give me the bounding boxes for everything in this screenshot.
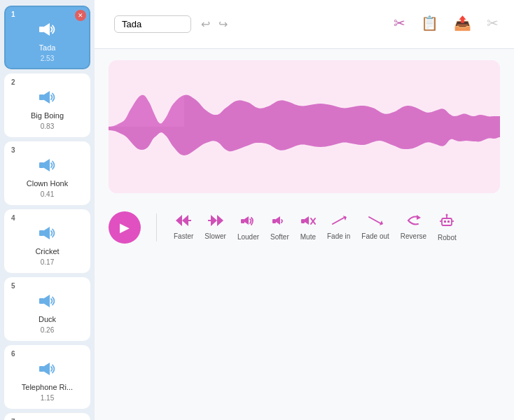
slower-icon — [208, 214, 223, 230]
item-number: 5 — [11, 282, 15, 290]
softer-button[interactable]: Softer — [269, 211, 291, 244]
speaker-icon — [36, 86, 59, 108]
undo-redo-group: ↩ ↪ — [198, 16, 230, 32]
louder-icon — [240, 214, 256, 231]
item-number: 2 — [11, 78, 15, 86]
waveform-svg — [109, 60, 500, 193]
reverse-icon — [405, 214, 421, 230]
robot-label: Robot — [438, 234, 457, 241]
item-delete-button[interactable]: ✕ — [75, 10, 86, 21]
fade-in-icon — [331, 214, 347, 230]
item-name: Cricket — [35, 247, 59, 255]
item-duration: 1.15 — [41, 394, 54, 402]
softer-label: Softer — [270, 233, 289, 241]
svg-marker-8 — [176, 215, 182, 226]
item-duration: 0.17 — [41, 258, 54, 266]
mute-label: Mute — [300, 233, 316, 241]
item-name: Big Boing — [31, 111, 64, 120]
svg-rect-4 — [39, 298, 44, 304]
faster-icon — [176, 214, 191, 230]
mute-icon — [300, 214, 316, 231]
paste-icon: 📋 — [421, 15, 438, 31]
svg-rect-2 — [39, 162, 44, 168]
item-name: Tada — [39, 43, 56, 52]
waveform-container[interactable] — [109, 60, 500, 193]
fade-in-button[interactable]: Fade in — [326, 211, 352, 243]
item-duration: 0.41 — [41, 190, 54, 198]
item-duration: 0.83 — [41, 122, 54, 130]
reverse-label: Reverse — [401, 232, 426, 240]
item-number: 4 — [11, 214, 15, 222]
svg-rect-3 — [39, 230, 44, 236]
reverse-button[interactable]: Reverse — [399, 211, 428, 243]
louder-label: Louder — [237, 233, 259, 241]
item-duration: 2.53 — [41, 55, 54, 62]
robot-icon — [439, 213, 454, 232]
item-name: Duck — [39, 315, 56, 323]
item-number: 6 — [11, 350, 15, 358]
sidebar-item-cricket[interactable]: 4 Cricket0.17 — [4, 209, 90, 273]
playback-controls: ▶ FasterSlowerLouderSofterMuteFade inFad… — [109, 204, 500, 250]
svg-rect-0 — [39, 27, 44, 32]
fade-out-button[interactable]: Fade out — [360, 211, 390, 243]
play-button[interactable]: ▶ — [109, 211, 141, 244]
svg-rect-5 — [39, 366, 44, 372]
slower-label: Slower — [204, 232, 226, 240]
item-name: Telephone Ri... — [22, 383, 73, 391]
fade-out-label: Fade out — [361, 232, 389, 240]
main-panel: ↩ ↪ ✂ 📋 📤 ✂ — [95, 0, 514, 420]
svg-rect-1 — [39, 94, 44, 100]
fade-in-label: Fade in — [327, 232, 350, 240]
sidebar-item-big-boing[interactable]: 2 Big Boing0.83 — [4, 74, 90, 137]
slower-button[interactable]: Slower — [203, 211, 228, 243]
sidebar-item-duck[interactable]: 5 Duck0.26 — [4, 277, 90, 341]
svg-rect-23 — [444, 220, 446, 223]
item-number: 1 — [11, 10, 15, 18]
svg-marker-21 — [417, 215, 421, 220]
sidebar-item-clown-honk[interactable]: 3 Clown Honk0.41 — [4, 141, 90, 205]
softer-icon — [272, 214, 287, 231]
speaker-icon — [36, 358, 59, 380]
play-icon: ▶ — [120, 220, 130, 235]
copy-icon: ✂ — [394, 15, 405, 31]
item-name: Clown Honk — [27, 179, 68, 188]
toolbar: ↩ ↪ ✂ 📋 📤 ✂ — [95, 0, 514, 49]
louder-button[interactable]: Louder — [236, 211, 261, 244]
sidebar-item-...[interactable]: 7 ... — [4, 413, 90, 420]
redo-button[interactable]: ↪ — [216, 16, 230, 32]
effects-container: FasterSlowerLouderSofterMuteFade inFade … — [172, 210, 458, 244]
faster-button[interactable]: Faster — [172, 211, 195, 243]
svg-marker-11 — [217, 215, 223, 226]
fade-out-icon — [368, 214, 383, 230]
delete-button[interactable]: ✂ — [481, 12, 504, 36]
speaker-icon — [36, 18, 59, 41]
paste-button[interactable]: 📋 — [415, 12, 444, 36]
svg-marker-12 — [211, 215, 217, 226]
sound-name-input[interactable] — [114, 15, 191, 33]
svg-rect-14 — [241, 219, 244, 223]
toolbar-actions: ✂ 📋 📤 ✂ — [388, 12, 504, 36]
svg-marker-9 — [182, 215, 188, 226]
sidebar-item-tada[interactable]: ✕1 Tada2.53 — [4, 6, 90, 69]
svg-rect-22 — [442, 218, 452, 225]
speaker-icon — [36, 222, 59, 244]
sidebar-item-telephone-ri...[interactable]: 6 Telephone Ri...1.15 — [4, 345, 90, 409]
item-duration: 0.26 — [41, 326, 54, 334]
svg-rect-16 — [301, 219, 305, 223]
waveform-area: ▶ FasterSlowerLouderSofterMuteFade inFad… — [95, 49, 514, 420]
item-number: 3 — [11, 146, 15, 154]
robot-button[interactable]: Robot — [436, 210, 458, 244]
svg-point-26 — [446, 214, 448, 216]
speaker-icon — [36, 290, 59, 312]
divider — [156, 214, 157, 241]
faster-label: Faster — [174, 232, 193, 240]
undo-button[interactable]: ↩ — [198, 16, 213, 32]
delete-icon: ✂ — [487, 15, 499, 31]
speaker-icon — [36, 154, 59, 176]
copy-button[interactable]: ✂ — [388, 12, 411, 36]
mute-button[interactable]: Mute — [299, 211, 317, 244]
copy-to-new-icon: 📤 — [454, 15, 471, 31]
copy-to-new-button[interactable]: 📤 — [448, 12, 477, 36]
svg-rect-15 — [272, 219, 276, 223]
sound-list: ✕1 Tada2.532 Big Boing0.833 Clown Honk0.… — [0, 0, 95, 420]
